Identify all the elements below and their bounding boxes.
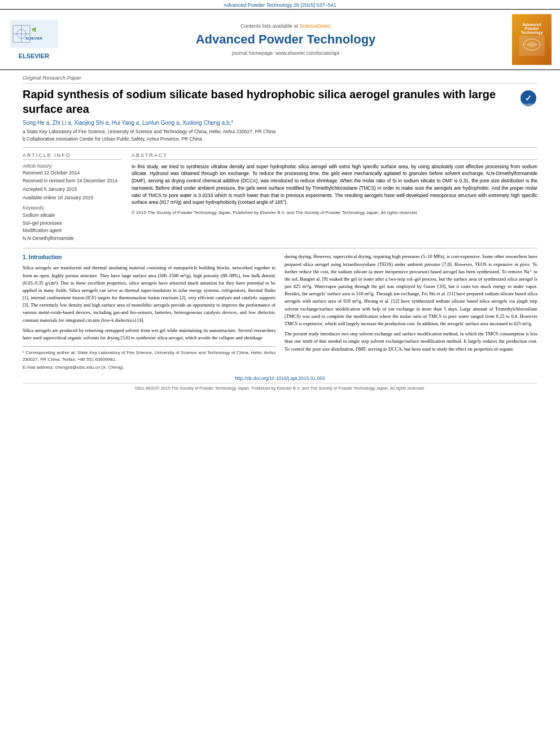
history-label: Article history:	[23, 163, 121, 169]
received-revised-date: Received in revised form 24 December 201…	[23, 178, 121, 185]
accepted-date: Accepted 5 January 2015	[23, 186, 121, 193]
sciencedirect-link: Contents lists available at ScienceDirec…	[240, 23, 331, 29]
bottom-doi[interactable]: http://dx.doi.org/10.1016/j.apt.2015.01.…	[23, 375, 537, 381]
body-right-col: during drying. However, supercritical dr…	[285, 253, 537, 371]
available-date: Available online 16 January 2015	[23, 195, 121, 202]
svg-text:✓: ✓	[525, 94, 532, 103]
svg-text:CrossMark: CrossMark	[522, 103, 536, 106]
affiliations: a State Key Laboratory of Fire Science, …	[23, 128, 537, 143]
top-bar: Advanced Powder Technology 26 (2015) 537…	[0, 0, 560, 9]
received-date: Received 12 October 2014	[23, 170, 121, 177]
journal-title: Advanced Powder Technology	[196, 32, 376, 47]
paper-title-area: Rapid synthesis of sodium silicate based…	[23, 87, 537, 116]
paper-type: Original Research Paper	[23, 75, 537, 84]
keyword-1: Sodium silicate	[23, 212, 121, 220]
paper-title: Rapid synthesis of sodium silicate based…	[23, 87, 514, 116]
apt-logo-box: Advanced Powder Technology	[512, 14, 552, 65]
abstract-col: ABSTRACT In this study, we tried to synt…	[132, 152, 537, 243]
svg-text:ELSEVIER: ELSEVIER	[25, 37, 42, 40]
right-para1: during drying. However, supercritical dr…	[285, 253, 537, 327]
elsevier-logo-image: 🌿 ELSEVIER	[10, 20, 58, 51]
affiliation-a: a State Key Laboratory of Fire Science, …	[23, 128, 537, 136]
article-info-abstract: ARTICLE INFO Article history: Received 1…	[23, 152, 537, 243]
keywords-label: Keywords:	[23, 205, 121, 211]
journal-header: 🌿 ELSEVIER ELSEVIER Contents lists avail…	[0, 9, 560, 70]
crossmark-icon: ✓ CrossMark	[519, 89, 537, 107]
footnote-email: E-mail address: chengxd@ustc.edu.cn (X. …	[23, 364, 275, 371]
apt-logo-image	[518, 34, 546, 57]
right-para2: The present study introduces two step so…	[285, 330, 537, 353]
main-content: Original Research Paper Rapid synthesis …	[0, 70, 560, 396]
keyword-3: Modification agent	[23, 227, 121, 235]
affiliation-b: b Collaborative Innovation Center for Ur…	[23, 136, 537, 143]
bottom-copyright: 0921-8831/© 2015 The Society of Powder T…	[23, 383, 537, 391]
keyword-4: N,N-Dimethylformamide	[23, 235, 121, 243]
divider-2	[23, 248, 537, 248]
keyword-2: Sol–gel processes	[23, 220, 121, 228]
divider-1	[23, 147, 537, 148]
journal-citation: Advanced Powder Technology 26 (2015) 537…	[224, 2, 336, 8]
article-info-col: ARTICLE INFO Article history: Received 1…	[23, 152, 121, 243]
abstract-header: ABSTRACT	[132, 152, 537, 160]
copyright-text: © 2015 The Society of Powder Technology …	[132, 209, 537, 216]
authors: Song He a, Zhi Li a, Xiaojing Shi a, Hui…	[23, 120, 537, 126]
header-center: Contents lists available at ScienceDirec…	[68, 14, 504, 65]
intro-para1: Silica aerogels are translucent and ther…	[23, 264, 275, 324]
footnote-star: * Corresponding author at: State Key Lab…	[23, 350, 275, 363]
intro-para2: Silica aerogels are produced by removing…	[23, 327, 275, 342]
apt-logo-area: Advanced Powder Technology	[509, 14, 554, 65]
abstract-text: In this study, we tried to synthesize ul…	[132, 163, 537, 207]
footnote-area: * Corresponding author at: State Key Lab…	[23, 346, 275, 371]
intro-section-title: 1. Introduction	[23, 253, 275, 261]
svg-text:🌿: 🌿	[31, 27, 36, 32]
sciencedirect-name[interactable]: ScienceDirect	[300, 23, 331, 29]
journal-homepage: journal homepage: www.elsevier.com/locat…	[232, 50, 339, 56]
article-info-header: ARTICLE INFO	[23, 152, 121, 160]
elsevier-wordmark: ELSEVIER	[19, 53, 49, 59]
elsevier-logo-area: 🌿 ELSEVIER ELSEVIER	[6, 14, 62, 65]
body-left-col: 1. Introduction Silica aerogels are tran…	[23, 253, 275, 371]
body-two-col: 1. Introduction Silica aerogels are tran…	[23, 253, 537, 371]
